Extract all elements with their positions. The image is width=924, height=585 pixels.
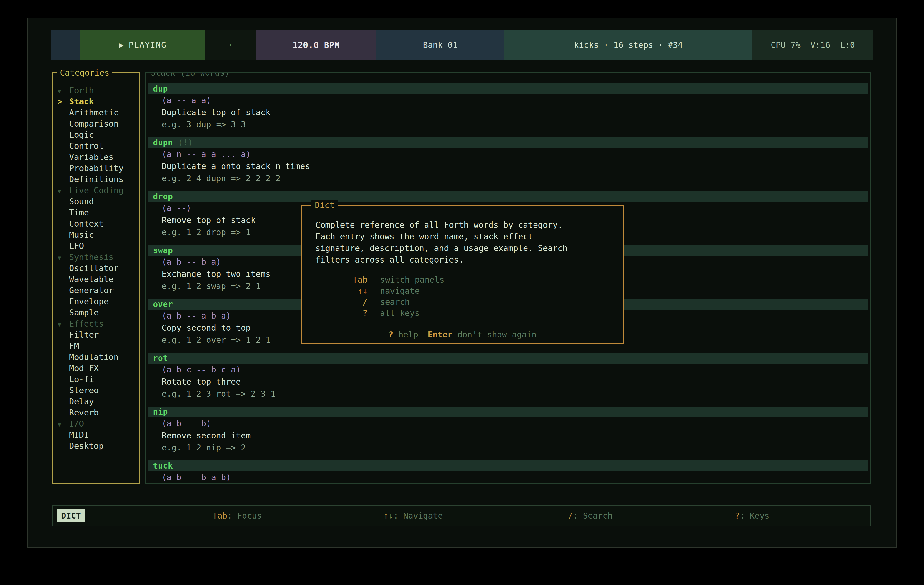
sidebar-item-mod-fx[interactable]: Mod FX [53, 363, 139, 374]
word-entry-nip: nip(a b -- b)Remove second iteme.g. 1 2 … [148, 407, 868, 453]
word-description: Duplicate top of stack [162, 106, 868, 119]
sidebar-item-label: Live Coding [69, 186, 124, 195]
keybinding-action: switch panels [380, 275, 444, 285]
transport-status[interactable]: ▶PLAYING [80, 30, 205, 60]
sidebar-item-label: Lo-fi [69, 374, 94, 384]
sidebar-item-label: Sound [69, 197, 94, 206]
sidebar-item-lfo[interactable]: LFO [53, 240, 139, 251]
categories-panel-title: Categories [57, 67, 112, 78]
hint-label: Search [583, 511, 612, 521]
word-signature: (a n -- a a ... a) [162, 148, 868, 160]
word-example: e.g. 1 2 3 rot => 2 3 1 [162, 388, 868, 400]
sidebar-item-label: Variables [69, 152, 114, 162]
sidebar-item-synthesis[interactable]: ▼Synthesis [53, 251, 139, 262]
word-entry-header[interactable]: drop [148, 191, 868, 202]
word-name: rot [153, 353, 168, 363]
sidebar-item-label: Music [69, 230, 94, 240]
sidebar-item-arithmetic[interactable]: Arithmetic [53, 107, 139, 118]
sidebar-item-definitions[interactable]: Definitions [53, 174, 139, 185]
bank-display[interactable]: Bank 01 [376, 30, 504, 60]
dict-modal-title: Dict [312, 199, 338, 211]
sidebar-item-modulation[interactable]: Modulation [53, 351, 139, 363]
sidebar-item-filter[interactable]: Filter [53, 329, 139, 340]
topbar-spacer [51, 30, 80, 60]
pulse-dot-icon: · [228, 40, 233, 51]
sidebar-item-label: Mod FX [69, 363, 99, 373]
footer-hint-key: ? [388, 330, 393, 339]
dict-modal-text-line: Complete reference of all Forth words by… [315, 219, 614, 231]
play-icon: ▶ [119, 40, 124, 50]
dict-modal-text-line: Each entry shows the word name, stack ef… [315, 231, 614, 242]
mode-badge: DICT [57, 509, 85, 522]
sidebar-item-label: Filter [69, 330, 99, 339]
sidebar-item-label: Sample [69, 308, 99, 317]
sidebar-item-wavetable[interactable]: Wavetable [53, 274, 139, 285]
statusbar-hint-keys: ?: Keys [735, 511, 769, 521]
sidebar-item-comparison[interactable]: Comparison [53, 118, 139, 129]
keybinding-key: Tab [315, 274, 368, 285]
sidebar-item-stereo[interactable]: Stereo [53, 385, 139, 396]
sidebar-item-stack[interactable]: >Stack [53, 96, 139, 107]
word-entry-rot: rot(a b c -- b c a)Rotate top threee.g. … [148, 353, 868, 400]
word-entry-tuck: tuck(a b -- b a b) [148, 460, 868, 483]
hint-separator: : [573, 511, 583, 521]
sidebar-item-label: Control [69, 141, 104, 151]
word-entry-header[interactable]: rot [148, 353, 868, 364]
sidebar-item-label: Synthesis [69, 252, 114, 262]
sidebar-item-generator[interactable]: Generator [53, 285, 139, 296]
sidebar-item-time[interactable]: Time [53, 207, 139, 218]
sidebar-item-label: LFO [69, 241, 84, 251]
track-info-display: kicks · 16 steps · #34 [504, 30, 752, 60]
sidebar-item-forth[interactable]: ▼Forth [53, 85, 139, 96]
hint-key: Tab [213, 511, 227, 521]
sidebar-item-control[interactable]: Control [53, 140, 139, 152]
sidebar-item-probability[interactable]: Probability [53, 163, 139, 174]
sidebar-item-desktop[interactable]: Desktop [53, 440, 139, 452]
sidebar-item-music[interactable]: Music [53, 229, 139, 240]
transport-label: PLAYING [129, 40, 167, 50]
word-signature: (a -- a a) [162, 94, 868, 106]
app-window: ▶PLAYING · 120.0 BPM Bank 01 kicks · 16 … [27, 18, 897, 548]
sidebar-item-logic[interactable]: Logic [53, 129, 139, 140]
footer-hint-label: don't show again [452, 330, 537, 339]
sidebar-item-label: Stack [69, 97, 94, 106]
sidebar-item-context[interactable]: Context [53, 218, 139, 229]
keybinding-key: ↑↓ [315, 285, 368, 297]
hint-label: Keys [749, 511, 769, 521]
bpm-display[interactable]: 120.0 BPM [256, 30, 376, 60]
sidebar-item-effects[interactable]: ▼Effects [53, 318, 139, 329]
beat-pulse-indicator: · [205, 30, 256, 60]
sidebar-item-fm[interactable]: FM [53, 340, 139, 351]
word-signature: (a b -- b a b) [162, 471, 868, 483]
sidebar-item-sample[interactable]: Sample [53, 307, 139, 318]
sidebar-item-midi[interactable]: MIDI [53, 429, 139, 440]
collapse-triangle-icon: ▼ [58, 319, 69, 330]
word-entry-header[interactable]: dup [148, 83, 868, 94]
word-entry-dup: dup(a -- a a)Duplicate top of stacke.g. … [148, 83, 868, 130]
collapse-triangle-icon: ▼ [58, 186, 69, 197]
word-entry-header[interactable]: nip [148, 407, 868, 417]
sidebar-item-i-o[interactable]: ▼I/O [53, 418, 139, 429]
sidebar-item-label: MIDI [69, 430, 89, 440]
categories-panel: Categories ▼Forth>StackArithmeticCompari… [53, 73, 140, 484]
sidebar-item-oscillator[interactable]: Oscillator [53, 262, 139, 274]
sidebar-item-reverb[interactable]: Reverb [53, 407, 139, 418]
status-bar: DICT Tab: Focus↑↓: Navigate/: Search?: K… [53, 505, 871, 526]
hint-separator: : [227, 511, 237, 521]
dict-modal-body: Complete reference of all Forth words by… [302, 206, 623, 319]
collapse-triangle-icon: ▼ [58, 252, 69, 263]
sidebar-item-label: Modulation [69, 352, 119, 362]
word-entry-header[interactable]: tuck [148, 460, 868, 471]
sidebar-item-lo-fi[interactable]: Lo-fi [53, 374, 139, 385]
sidebar-item-live-coding[interactable]: ▼Live Coding [53, 185, 139, 196]
sidebar-item-sound[interactable]: Sound [53, 196, 139, 207]
sidebar-item-variables[interactable]: Variables [53, 152, 139, 163]
sidebar-item-delay[interactable]: Delay [53, 396, 139, 407]
collapse-triangle-icon: ▼ [58, 86, 69, 97]
word-name: drop [153, 191, 173, 201]
word-entry-header[interactable]: dupn(!) [148, 137, 868, 148]
sidebar-item-envelope[interactable]: Envelope [53, 296, 139, 307]
word-signature: (a b -- b) [162, 417, 868, 430]
dict-modal-footer: ? helpEnter don't show again [302, 330, 623, 339]
sidebar-item-label: Oscillator [69, 263, 119, 273]
